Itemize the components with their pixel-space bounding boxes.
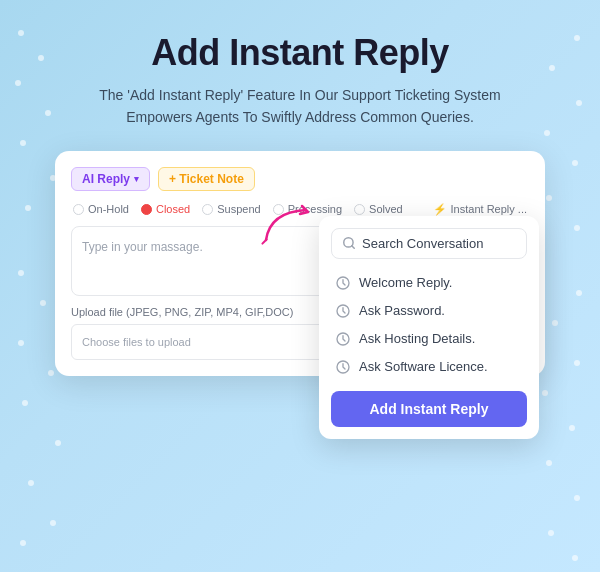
status-solved[interactable]: Solved bbox=[354, 203, 403, 215]
radio-solved bbox=[354, 204, 365, 215]
ai-reply-button[interactable]: AI Reply ▾ bbox=[71, 167, 150, 191]
reply-item-text-2: Ask Hosting Details. bbox=[359, 331, 475, 346]
search-box[interactable]: Search Conversation bbox=[331, 228, 527, 259]
svg-line-1 bbox=[352, 246, 355, 249]
status-row: On-Hold Closed Suspend Processing Solved… bbox=[71, 203, 529, 216]
textarea-placeholder: Type in your massage. bbox=[82, 240, 203, 254]
reply-item-3[interactable]: Ask Software Licence. bbox=[331, 353, 527, 381]
radio-on-hold bbox=[73, 204, 84, 215]
dropdown-arrow-icon: ▾ bbox=[134, 174, 139, 184]
status-processing[interactable]: Processing bbox=[273, 203, 342, 215]
instant-reply-trigger[interactable]: ⚡ Instant Reply ... bbox=[433, 203, 527, 216]
clock-icon-3 bbox=[335, 359, 351, 375]
reply-item-text-3: Ask Software Licence. bbox=[359, 359, 488, 374]
radio-processing bbox=[273, 204, 284, 215]
status-closed[interactable]: Closed bbox=[141, 203, 190, 215]
clock-icon-2 bbox=[335, 331, 351, 347]
status-on-hold-label: On-Hold bbox=[88, 203, 129, 215]
search-icon bbox=[342, 236, 356, 250]
toolbar: AI Reply ▾ + Ticket Note bbox=[71, 167, 529, 191]
radio-suspend bbox=[202, 204, 213, 215]
radio-closed bbox=[141, 204, 152, 215]
ticket-note-button[interactable]: + Ticket Note bbox=[158, 167, 255, 191]
clock-icon-0 bbox=[335, 275, 351, 291]
upload-placeholder: Choose files to upload bbox=[82, 336, 191, 348]
status-suspend[interactable]: Suspend bbox=[202, 203, 260, 215]
reply-item-2[interactable]: Ask Hosting Details. bbox=[331, 325, 527, 353]
add-instant-reply-button[interactable]: Add Instant Reply bbox=[331, 391, 527, 427]
status-solved-label: Solved bbox=[369, 203, 403, 215]
ai-reply-label: AI Reply bbox=[82, 172, 130, 186]
reply-item-text-1: Ask Password. bbox=[359, 303, 445, 318]
lightning-icon: ⚡ bbox=[433, 203, 447, 216]
reply-item-1[interactable]: Ask Password. bbox=[331, 297, 527, 325]
instant-reply-dropdown: Search Conversation Welcome Reply. Ask P… bbox=[319, 216, 539, 439]
reply-item-text-0: Welcome Reply. bbox=[359, 275, 452, 290]
content-area: Type in your massage. Upload file (JPEG,… bbox=[71, 226, 529, 360]
clock-icon-1 bbox=[335, 303, 351, 319]
page-subtitle: The 'Add Instant Reply' Feature In Our S… bbox=[70, 84, 530, 129]
status-processing-label: Processing bbox=[288, 203, 342, 215]
status-suspend-label: Suspend bbox=[217, 203, 260, 215]
search-placeholder-text: Search Conversation bbox=[362, 236, 483, 251]
status-on-hold[interactable]: On-Hold bbox=[73, 203, 129, 215]
reply-item-0[interactable]: Welcome Reply. bbox=[331, 269, 527, 297]
main-card: AI Reply ▾ + Ticket Note On-Hold Closed … bbox=[55, 151, 545, 376]
status-closed-label: Closed bbox=[156, 203, 190, 215]
instant-reply-label: Instant Reply ... bbox=[451, 203, 527, 215]
page-title: Add Instant Reply bbox=[151, 32, 449, 74]
